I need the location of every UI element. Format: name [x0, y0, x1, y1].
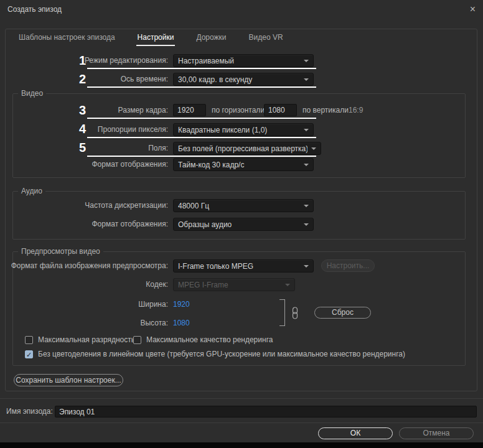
- annotation-number-5: 5: [62, 141, 86, 154]
- audio-group: Аудио: [12, 191, 466, 240]
- cancel-button[interactable]: Отмена: [399, 427, 474, 439]
- preview-file-format-row: Формат файла изображения предпросмотра: …: [0, 259, 483, 273]
- dialog-title: Создать эпизод: [7, 5, 62, 14]
- chevron-down-icon: [304, 164, 309, 166]
- save-preset-button[interactable]: Сохранить шаблон настроек...: [14, 374, 123, 386]
- pixel-aspect-value: Квадратные пиксели (1,0): [178, 126, 300, 134]
- divider: [0, 398, 483, 399]
- tab-settings[interactable]: Настройки: [136, 32, 176, 46]
- preview-file-format-select[interactable]: I-Frame только MPEG: [173, 259, 314, 273]
- sequence-name-label: Имя эпизода:: [6, 406, 53, 418]
- linear-color-label: Без цветоделения в линейном цвете (требу…: [38, 350, 405, 358]
- fields-label: Поля:: [148, 142, 168, 155]
- aspect-ratio-value: 16:9: [349, 104, 363, 117]
- max-bit-depth-label: Максимальная разрядность: [38, 335, 135, 344]
- linear-color-checkbox-row[interactable]: ✓ Без цветоделения в линейном цвете (тре…: [25, 350, 405, 358]
- close-icon[interactable]: ×: [470, 4, 476, 14]
- preview-width-row: Ширина: 1920: [0, 298, 483, 311]
- audio-group-legend: Аудио: [18, 187, 45, 195]
- preview-width-value[interactable]: 1920: [173, 298, 190, 311]
- fields-select[interactable]: Без полей (прогрессивная развертка): [173, 142, 321, 155]
- chevron-down-icon: [304, 223, 309, 226]
- sample-rate-select[interactable]: 48000 Гц: [173, 199, 314, 212]
- chevron-down-icon: [311, 147, 316, 150]
- audio-display-format-value: Образцы аудио: [178, 220, 300, 229]
- tab-bar: Шаблоны настроек эпизода Настройки Дорож…: [17, 32, 284, 46]
- sample-rate-row: Частота дискретизации: 48000 Гц: [0, 199, 483, 212]
- sample-rate-label: Частота дискретизации:: [85, 199, 168, 212]
- timebase-label: Ось времени:: [121, 73, 168, 86]
- preview-height-row: Высота: 1080: [0, 317, 483, 330]
- window-bottom-edge: [0, 442, 483, 448]
- chevron-down-icon: [304, 129, 309, 131]
- frame-width-input[interactable]: [173, 104, 206, 116]
- editing-mode-select[interactable]: Настраиваемый: [173, 54, 314, 67]
- preview-file-format-label: Формат файла изображения предпросмотра:: [11, 259, 168, 273]
- pixel-aspect-label: Пропорции пикселя:: [98, 123, 168, 136]
- timebase-select[interactable]: 30,00 кадр. в секунду: [173, 73, 314, 86]
- configure-button: Настроить...: [321, 259, 375, 272]
- max-bit-depth-checkbox[interactable]: [25, 336, 33, 344]
- chevron-down-icon: [304, 205, 309, 207]
- audio-display-format-row: Формат отображения: Образцы аудио: [0, 218, 483, 231]
- frame-height-input[interactable]: [264, 104, 297, 116]
- pixel-aspect-select[interactable]: Квадратные пиксели (1,0): [173, 123, 314, 136]
- fields-value: Без полей (прогрессивная развертка): [178, 144, 307, 153]
- tab-sequence-presets[interactable]: Шаблоны настроек эпизода: [17, 32, 116, 46]
- sample-rate-value: 48000 Гц: [178, 202, 300, 210]
- annotation-underline-4: [87, 137, 316, 138]
- codec-value: MPEG I-Frame: [178, 281, 281, 289]
- annotation-number-4: 4: [62, 123, 86, 136]
- titlebar: Создать эпизод ×: [0, 0, 483, 19]
- editing-mode-label: Режим редактирования:: [85, 54, 168, 67]
- tab-video-vr[interactable]: Видео VR: [248, 32, 284, 46]
- preview-height-value[interactable]: 1080: [173, 317, 190, 330]
- annotation-underline-5: [87, 156, 316, 157]
- sequence-name-input[interactable]: [55, 406, 477, 418]
- preview-file-format-value: I-Frame только MPEG: [178, 262, 300, 271]
- frame-size-label: Размер кадра:: [118, 104, 168, 117]
- audio-display-format-select[interactable]: Образцы аудио: [173, 218, 314, 231]
- timebase-value: 30,00 кадр. в секунду: [178, 75, 300, 84]
- annotation-number-1: 1: [62, 54, 86, 67]
- annotation-number-3: 3: [62, 104, 86, 117]
- max-bit-depth-checkbox-row[interactable]: Максимальная разрядность: [25, 335, 135, 344]
- chevron-down-icon: [304, 265, 309, 268]
- annotation-underline-1: [87, 68, 316, 69]
- tab-tracks[interactable]: Дорожки: [195, 32, 227, 46]
- preview-width-label: Ширина:: [138, 298, 168, 311]
- ok-button[interactable]: ОК: [318, 427, 393, 439]
- video-display-format-value: Тайм-код 30 кадр/с: [178, 161, 300, 169]
- video-display-format-row: Формат отображения: Тайм-код 30 кадр/с: [0, 158, 483, 171]
- video-display-format-label: Формат отображения:: [92, 158, 169, 171]
- divider: [0, 422, 483, 423]
- codec-row: Кодек: MPEG I-Frame: [0, 278, 483, 291]
- chevron-down-icon: [304, 60, 309, 62]
- max-render-quality-checkbox[interactable]: [133, 336, 141, 344]
- reset-button[interactable]: Сброс: [314, 307, 371, 319]
- annotation-underline-3: [87, 118, 316, 119]
- link-icon: [291, 307, 299, 319]
- editing-mode-value: Настраиваемый: [178, 57, 300, 65]
- dimension-bracket: [279, 299, 285, 326]
- annotation-number-2: 2: [62, 73, 86, 86]
- codec-select: MPEG I-Frame: [173, 278, 295, 291]
- horizontal-label: по горизонтали: [212, 104, 265, 117]
- preview-height-label: Высота:: [140, 317, 168, 330]
- chevron-down-icon: [304, 78, 309, 81]
- annotation-underline-2: [87, 86, 316, 88]
- audio-display-format-label: Формат отображения:: [92, 218, 169, 231]
- new-sequence-dialog: Создать эпизод × Шаблоны настроек эпизод…: [0, 0, 483, 448]
- codec-label: Кодек:: [146, 278, 168, 291]
- chevron-down-icon: [285, 284, 290, 286]
- video-previews-legend: Предпросмотры видео: [18, 247, 103, 256]
- video-display-format-select[interactable]: Тайм-код 30 кадр/с: [173, 158, 314, 171]
- video-group-legend: Видео: [18, 89, 46, 98]
- vertical-label: по вертикали: [302, 104, 349, 117]
- linear-color-checkbox[interactable]: ✓: [25, 350, 33, 358]
- max-render-quality-checkbox-row[interactable]: Максимальное качество рендеринга: [133, 335, 273, 344]
- max-render-quality-label: Максимальное качество рендеринга: [146, 335, 273, 344]
